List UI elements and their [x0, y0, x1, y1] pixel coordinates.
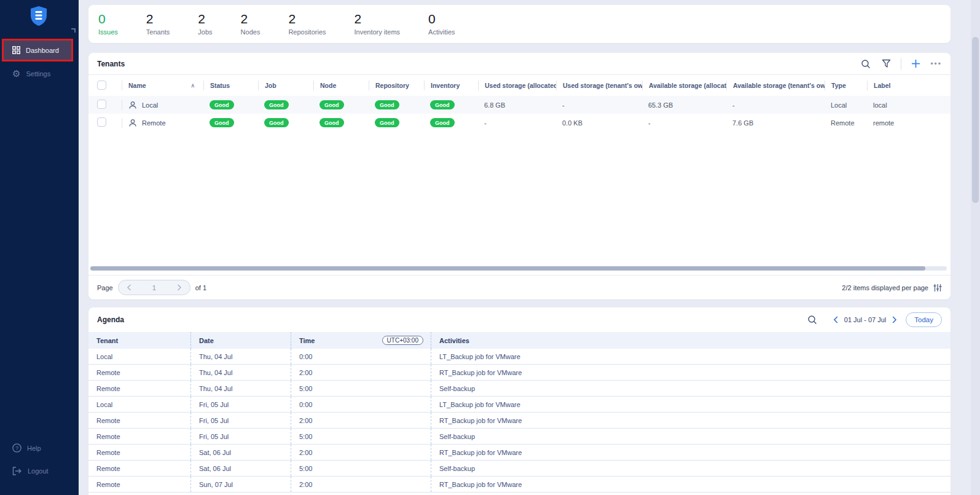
- table-row[interactable]: Remote Good Good Good Good Good - 0.0 KB…: [88, 114, 951, 132]
- agenda-tenant-cell: Remote: [88, 461, 190, 476]
- dashboard-page: { "sidebar": { "items": [ { "label": "Da…: [0, 0, 980, 495]
- more-options-icon[interactable]: •••: [930, 60, 942, 68]
- previous-week-button[interactable]: [832, 315, 839, 325]
- app-logo-shield-icon[interactable]: [29, 6, 48, 26]
- column-header-node[interactable]: Node: [313, 81, 369, 90]
- row-checkbox[interactable]: [97, 117, 106, 127]
- agenda-tenant-cell: Remote: [88, 477, 190, 492]
- utc-offset-badge[interactable]: UTC+03:00: [382, 336, 423, 345]
- repository-cell: Good: [369, 100, 424, 109]
- stat-tenants[interactable]: 2 Tenants: [146, 12, 170, 36]
- tenants-table-header: Name ∧ Status Job Node Repository Invent…: [88, 75, 951, 96]
- select-all-checkbox[interactable]: [97, 81, 106, 90]
- agenda-tenant-cell: Local: [88, 397, 190, 412]
- row-checkbox[interactable]: [97, 100, 106, 109]
- sidebar-item-label: Logout: [28, 467, 49, 475]
- agenda-row[interactable]: Local Thu, 04 Jul 0:00 LT_Backup job for…: [88, 349, 951, 365]
- agenda-row[interactable]: Remote Sun, 07 Jul 2:00 RT_Backup job fo…: [88, 477, 951, 493]
- column-header-repository[interactable]: Repository: [369, 81, 424, 90]
- horizontal-scrollbar-track[interactable]: [90, 266, 947, 271]
- agenda-row[interactable]: Remote Thu, 04 Jul 2:00 RT_Backup job fo…: [88, 365, 951, 381]
- agenda-row[interactable]: Remote Thu, 04 Jul 5:00 Self-backup: [88, 381, 951, 397]
- agenda-activity-cell: Self-backup: [431, 381, 951, 396]
- search-icon: [807, 315, 817, 325]
- main-content: 0 Issues 2 Tenants 2 Jobs 2 Nodes 2 Repo…: [79, 0, 980, 495]
- row-select-cell: [97, 100, 122, 110]
- column-header-available-allocated[interactable]: Available storage (allocated): [642, 81, 726, 90]
- type-cell: Remote: [825, 119, 867, 127]
- today-button[interactable]: Today: [906, 312, 942, 327]
- plus-icon: [911, 59, 920, 68]
- agenda-row[interactable]: Remote Fri, 05 Jul 2:00 RT_Backup job fo…: [88, 413, 951, 429]
- agenda-time-cell: 2:00: [291, 413, 431, 428]
- agenda-time-cell: 0:00: [291, 397, 431, 412]
- tenant-user-icon: [128, 119, 137, 127]
- agenda-date-cell: Sat, 06 Jul: [190, 445, 291, 460]
- logout-icon: [12, 467, 22, 475]
- column-header-type[interactable]: Type: [825, 81, 867, 90]
- agenda-table-header: Tenant Date Time UTC+03:00 Activities: [88, 332, 951, 349]
- used-storage-allocated-cell: -: [478, 119, 556, 127]
- column-header-label[interactable]: Label: [867, 81, 942, 90]
- inventory-cell: Good: [424, 118, 478, 127]
- tenant-name-cell[interactable]: Remote: [122, 118, 203, 128]
- stat-activities[interactable]: 0 Activities: [428, 12, 455, 36]
- column-label: Time: [299, 337, 315, 344]
- sidebar-item-dashboard[interactable]: Dashboard: [2, 39, 73, 61]
- per-page-settings-icon[interactable]: [933, 283, 942, 292]
- select-all-cell: [97, 81, 122, 90]
- agenda-tenant-cell: Remote: [88, 429, 190, 444]
- table-row[interactable]: Local Good Good Good Good Good 6.8 GB - …: [88, 96, 951, 114]
- column-header-status[interactable]: Status: [203, 81, 258, 90]
- items-summary-label: 2/2 items displayed per page: [842, 284, 928, 291]
- stat-inventory-items[interactable]: 2 Inventory items: [355, 12, 401, 36]
- stat-issues[interactable]: 0 Issues: [98, 12, 118, 36]
- vertical-scrollbar-thumb[interactable]: [972, 37, 979, 203]
- sidebar-item-label: Help: [27, 445, 41, 452]
- agenda-activity-cell: Self-backup: [431, 461, 951, 476]
- column-header-name[interactable]: Name ∧: [122, 81, 203, 90]
- sidebar-item-logout[interactable]: Logout: [12, 467, 49, 475]
- sidebar-item-settings[interactable]: ⚙ Settings: [12, 69, 50, 78]
- stat-value: 2: [288, 12, 326, 26]
- vertical-scrollbar-track[interactable]: [971, 0, 980, 495]
- next-page-button[interactable]: [169, 284, 190, 291]
- agenda-date-cell: Thu, 04 Jul: [190, 381, 291, 396]
- sidebar-item-label: Dashboard: [26, 47, 59, 54]
- tenant-name-cell[interactable]: Local: [122, 100, 203, 110]
- dashboard-grid-icon: [12, 46, 20, 54]
- search-button[interactable]: [860, 58, 872, 70]
- column-header-available-own[interactable]: Available storage (tenant's own): [726, 81, 825, 90]
- agenda-row[interactable]: Remote Sat, 06 Jul 2:00 RT_Backup job fo…: [88, 445, 951, 461]
- sidebar-item-help[interactable]: ? Help: [12, 443, 41, 453]
- current-page-input[interactable]: 1: [139, 284, 169, 291]
- agenda-row[interactable]: Remote Fri, 05 Jul 5:00 Self-backup: [88, 429, 951, 445]
- next-week-button[interactable]: [891, 315, 898, 325]
- filter-button[interactable]: [880, 58, 892, 69]
- column-header-time: Time UTC+03:00: [291, 332, 431, 349]
- tenant-name: Local: [142, 101, 158, 109]
- stat-jobs[interactable]: 2 Jobs: [198, 12, 212, 36]
- agenda-search-button[interactable]: [806, 314, 818, 326]
- column-header-tenant: Tenant: [88, 332, 190, 349]
- repository-cell: Good: [369, 118, 424, 127]
- agenda-row[interactable]: Remote Sat, 06 Jul 5:00 Self-backup: [88, 461, 951, 477]
- stat-repositories[interactable]: 2 Repositories: [288, 12, 326, 36]
- tenants-panel-header: Tenants •••: [88, 53, 951, 75]
- agenda-row[interactable]: Local Fri, 05 Jul 0:00 LT_Backup job for…: [88, 397, 951, 413]
- column-header-used-allocated[interactable]: Used storage (allocated): [478, 81, 556, 90]
- stat-label: Repositories: [288, 28, 326, 36]
- column-header-inventory[interactable]: Inventory: [424, 81, 478, 90]
- agenda-panel-header: Agenda 01 Jul - 07 Jul: [88, 307, 951, 332]
- horizontal-scrollbar-thumb[interactable]: [90, 266, 925, 271]
- add-tenant-button[interactable]: [910, 58, 922, 69]
- sidebar-item-label: Settings: [26, 70, 50, 77]
- previous-page-button[interactable]: [119, 284, 139, 291]
- agenda-date-cell: Sun, 07 Jul: [190, 477, 291, 492]
- column-header-job[interactable]: Job: [258, 81, 313, 90]
- agenda-tenant-cell: Local: [88, 349, 190, 364]
- sidebar-collapse-handle[interactable]: [71, 28, 76, 33]
- column-header-used-own[interactable]: Used storage (tenant's own): [556, 81, 642, 90]
- stat-nodes[interactable]: 2 Nodes: [241, 12, 261, 36]
- page-count-label: of 1: [195, 284, 206, 291]
